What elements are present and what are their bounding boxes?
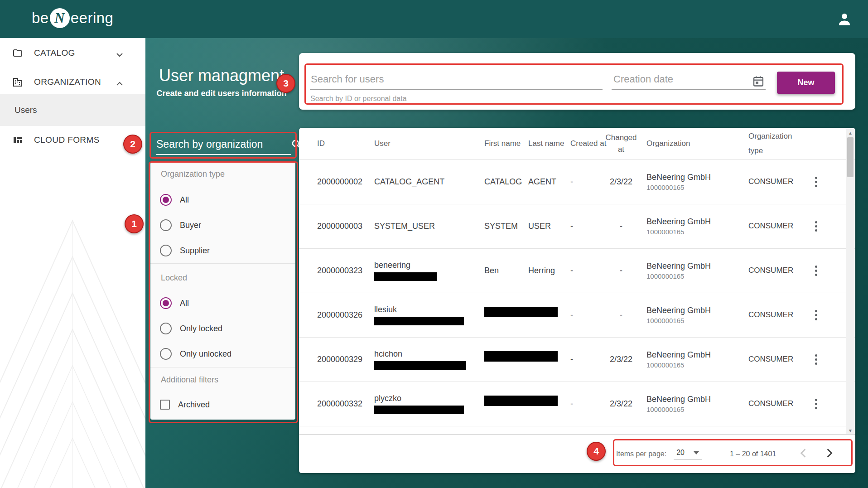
search-hint: Search by ID or personal data [310, 95, 407, 103]
items-per-page-label: Items per page: [616, 450, 666, 458]
table-row[interactable]: 2000000326 llesiuk - - BeNeering GmbH100… [299, 293, 855, 338]
divider [150, 367, 295, 367]
cell-changed-at: 2/3/22 [607, 159, 635, 204]
table-scrollbar[interactable]: ▲ ▼ [846, 129, 854, 434]
chevron-right-icon[interactable] [823, 447, 835, 461]
logo-n-icon: N [50, 8, 70, 28]
column-header-id: ID [317, 128, 325, 159]
kebab-menu-icon[interactable] [808, 337, 824, 382]
radio-icon [160, 348, 172, 360]
grid-icon [12, 135, 23, 145]
radio-only-unlocked[interactable]: Only unlocked [160, 348, 231, 360]
cell-first-name: CATALOG [484, 159, 522, 204]
table-row[interactable]: 2000000329 hcichon - 2/3/22 BeNeering Gm… [299, 337, 855, 382]
cell-organization-type: CONSUMER [748, 204, 793, 248]
cell-user: SYSTEM_USER [374, 204, 435, 248]
table-footer: Items per page: 20 1 – 20 of 1401 [299, 434, 855, 473]
redaction-bar [374, 361, 466, 370]
cell-first-name: SYSTEM [484, 204, 518, 248]
cell-id: 2000000329 [317, 337, 362, 382]
user-search-input[interactable] [310, 73, 602, 86]
radio-only-locked[interactable]: Only locked [160, 323, 222, 334]
filter-section-label: Additional filters [161, 375, 218, 385]
cell-organization: BeNeering GmbH1000000165 [646, 293, 711, 337]
page-title: User managment [150, 66, 293, 85]
items-per-page-value: 20 [676, 449, 685, 457]
cell-organization-type: CONSUMER [748, 337, 793, 382]
scroll-down-icon[interactable]: ▼ [846, 427, 854, 434]
items-per-page-select[interactable]: 20 [674, 449, 702, 459]
redaction-bar [374, 317, 464, 325]
filter-section-label: Locked [161, 273, 187, 283]
cell-organization-type: CONSUMER [748, 382, 793, 426]
app-root: beNeering CATALOG [0, 0, 868, 488]
input-underline [612, 89, 766, 90]
radio-locked-all[interactable]: All [160, 297, 189, 309]
app-logo: beNeering [32, 8, 113, 28]
filter-panel: Organization type All Buyer Supplier Loc… [150, 162, 295, 420]
logo-text-prefix: be [32, 10, 49, 27]
chevron-left-icon[interactable] [798, 447, 810, 461]
calendar-icon[interactable] [752, 75, 765, 87]
account-icon[interactable] [836, 11, 853, 27]
checkbox-archived[interactable]: Archived [160, 400, 210, 410]
scrollbar-thumb[interactable] [847, 137, 854, 177]
cell-created-at: - [570, 248, 573, 293]
cell-last-name: Herring [528, 248, 555, 293]
column-header-first-name: First name [484, 128, 521, 159]
cell-user: CATALOG_AGENT [374, 159, 444, 204]
cell-last-name: USER [528, 204, 551, 248]
column-header-last-name: Last name [528, 128, 564, 159]
radio-org-type-supplier[interactable]: Supplier [160, 245, 210, 256]
new-user-button[interactable]: New [777, 72, 835, 94]
organization-search [156, 134, 291, 155]
cell-changed-at: 2/3/22 [607, 337, 635, 382]
cell-organization-type: CONSUMER [748, 293, 793, 337]
radio-selected-icon [160, 297, 172, 309]
radio-icon [160, 219, 172, 231]
kebab-menu-icon[interactable] [808, 159, 824, 204]
cell-created-at: - [570, 204, 573, 248]
radio-org-type-all[interactable]: All [160, 194, 189, 206]
sidebar-item-catalog[interactable]: CATALOG [0, 41, 145, 65]
cell-id: 2000000002 [317, 159, 362, 204]
kebab-menu-icon[interactable] [808, 204, 824, 248]
column-header-created-at: Created at [570, 128, 606, 159]
cell-changed-at: - [607, 293, 635, 337]
cell-first-name: Ben [484, 248, 499, 293]
cell-organization: BeNeering GmbH1000000165 [646, 204, 711, 248]
cell-id: 2000000326 [317, 293, 362, 337]
scroll-up-icon[interactable]: ▲ [846, 129, 854, 136]
users-table-card: ID User First name Last name Created at … [299, 128, 855, 473]
building-icon [12, 77, 23, 87]
sidebar-item-cloud-forms[interactable]: CLOUD FORMS [0, 128, 145, 152]
chevron-down-icon [116, 51, 123, 55]
redaction-bar [374, 406, 464, 414]
creation-date-input[interactable] [612, 73, 750, 86]
cell-id: 2000000332 [317, 382, 362, 426]
redaction-bar [484, 307, 558, 317]
radio-selected-icon [160, 194, 172, 206]
cell-organization-type: CONSUMER [748, 248, 793, 293]
column-header-user: User [374, 128, 391, 159]
kebab-menu-icon[interactable] [808, 382, 824, 426]
table-row[interactable]: 2000000332 plyczko - 2/3/22 BeNeering Gm… [299, 382, 855, 426]
sidebar-item-users[interactable]: Users [0, 94, 145, 126]
cell-organization: BeNeering GmbH1000000165 [646, 382, 711, 426]
sidebar-item-label: CLOUD FORMS [34, 135, 100, 145]
user-search-card: New Search by ID or personal data [299, 53, 855, 110]
cell-organization: BeNeering GmbH1000000165 [646, 337, 711, 382]
cell-created-at: - [570, 337, 573, 382]
kebab-menu-icon[interactable] [808, 293, 824, 337]
sidebar-item-organization[interactable]: ORGANIZATION [0, 70, 145, 94]
filter-section-label: Organization type [161, 169, 225, 179]
kebab-menu-icon[interactable] [808, 248, 824, 293]
table-row[interactable]: 2000000323 beneering Ben Herring - - BeN… [299, 248, 855, 293]
organization-search-input[interactable] [156, 138, 290, 150]
table-row[interactable]: 2000000003 SYSTEM_USER SYSTEM USER - - B… [299, 204, 855, 249]
radio-org-type-buyer[interactable]: Buyer [160, 219, 201, 231]
table-header: ID User First name Last name Created at … [299, 128, 855, 160]
table-row[interactable]: 2000000002 CATALOG_AGENT CATALOG AGENT -… [299, 159, 855, 204]
pagination: Items per page: 20 1 – 20 of 1401 [616, 435, 835, 473]
column-header-organization-type: Organization type [748, 128, 801, 159]
